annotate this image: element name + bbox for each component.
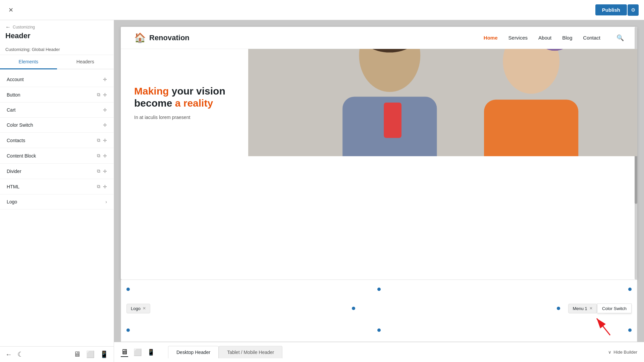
- move-icon-account[interactable]: ✛: [103, 77, 107, 82]
- copy-icon-content-block[interactable]: ⧉: [97, 153, 100, 159]
- element-actions-account: ✛: [103, 77, 107, 82]
- tab-headers[interactable]: Headers: [57, 55, 114, 69]
- hero-title-reality: a reality: [172, 98, 213, 109]
- element-name-color-switch: Color Switch: [7, 122, 33, 128]
- hide-builder-label: Hide Builder: [613, 350, 637, 355]
- dot-right-1: [628, 288, 632, 291]
- nav-link-services[interactable]: Services: [508, 35, 528, 41]
- hero-title: Making your vision become a reality: [134, 85, 235, 109]
- chip-menu1-label: Menu 1: [573, 306, 587, 311]
- element-item-content-block[interactable]: Content Block ⧉ ✛: [0, 148, 114, 164]
- tab-tablet-mobile-header[interactable]: Tablet / Mobile Header: [219, 346, 282, 358]
- sidebar-title: Header: [5, 32, 108, 40]
- element-name-logo: Logo: [7, 199, 17, 204]
- nav-link-contact[interactable]: Contact: [583, 35, 600, 41]
- copy-icon-button[interactable]: ⧉: [97, 92, 100, 98]
- header-builder-container: Logo ✕ Menu 1 ✕ Search ✕ Color Switch: [121, 280, 637, 342]
- back-icon[interactable]: ←: [5, 351, 12, 358]
- copy-icon-divider[interactable]: ⧉: [97, 168, 100, 174]
- element-item-color-switch[interactable]: Color Switch ✛: [0, 118, 114, 133]
- element-item-contacts[interactable]: Contacts ⧉ ✛: [0, 133, 114, 148]
- header-tabs: Desktop Header Tablet / Mobile Header: [168, 346, 282, 358]
- element-name-divider: Divider: [7, 169, 21, 174]
- element-actions-cart: ✛: [103, 107, 107, 113]
- preview-logo: 🏠 Renovation: [134, 32, 190, 43]
- svg-rect-0: [248, 49, 637, 156]
- desktop-icon[interactable]: 🖥: [73, 350, 81, 359]
- chip-menu1[interactable]: Menu 1 ✕: [568, 304, 597, 313]
- hero-title-vision: your vision: [169, 85, 225, 97]
- move-icon-color-switch[interactable]: ✛: [103, 122, 107, 128]
- element-name-content-block: Content Block: [7, 153, 36, 159]
- chevron-down-icon: ∨: [608, 350, 611, 355]
- move-icon-contacts[interactable]: ✛: [103, 138, 107, 143]
- center-spacer: [154, 307, 553, 310]
- element-actions-divider: ⧉ ✛: [97, 168, 107, 174]
- chip-logo[interactable]: Logo ✕: [126, 304, 150, 313]
- element-actions-content-block: ⧉ ✛: [97, 153, 107, 159]
- element-actions-logo: ›: [105, 199, 107, 204]
- chevron-right-icon-logo[interactable]: ›: [105, 199, 107, 204]
- element-actions-button: ⧉ ✛: [97, 92, 107, 98]
- element-item-cart[interactable]: Cart ✛: [0, 103, 114, 118]
- builder-row-1: [121, 280, 637, 298]
- chip-menu1-close[interactable]: ✕: [589, 306, 593, 311]
- nav-link-about[interactable]: About: [538, 35, 551, 41]
- element-item-button[interactable]: Button ⧉ ✛: [0, 87, 114, 103]
- hero-title-making: Making: [134, 85, 169, 97]
- elements-list: Account ✛ Button ⧉ ✛ Cart ✛: [0, 69, 114, 346]
- back-arrow-icon[interactable]: ←: [5, 24, 11, 30]
- tablet-device-icon[interactable]: ⬜: [133, 348, 142, 356]
- sidebar: ← Customizing Header Customizing: Global…: [0, 20, 114, 362]
- publish-button[interactable]: Publish: [595, 4, 627, 15]
- sidebar-header: ← Customizing Header: [0, 20, 114, 44]
- move-icon-cart[interactable]: ✛: [103, 107, 107, 113]
- move-icon-html[interactable]: ✛: [103, 184, 107, 189]
- preview-hero: Making your vision become a reality In a…: [121, 49, 637, 156]
- red-arrow-indicator: [590, 315, 617, 340]
- tablet-icon[interactable]: ⬜: [86, 350, 95, 358]
- svg-rect-8: [484, 100, 578, 156]
- nav-link-home[interactable]: Home: [484, 35, 498, 41]
- logo-house-icon: 🏠: [134, 32, 146, 43]
- mobile-device-icon[interactable]: 📱: [147, 349, 155, 356]
- desktop-device-icon[interactable]: 🖥: [121, 348, 128, 357]
- element-actions-color-switch: ✛: [103, 122, 107, 128]
- element-item-divider[interactable]: Divider ⧉ ✛: [0, 164, 114, 179]
- dot-left-1: [126, 288, 130, 291]
- element-item-html[interactable]: HTML ⧉ ✛: [0, 179, 114, 194]
- settings-gear-button[interactable]: ⚙: [628, 4, 639, 16]
- search-icon[interactable]: 🔍: [616, 34, 624, 42]
- svg-line-10: [597, 318, 610, 335]
- copy-icon-html[interactable]: ⧉: [97, 184, 100, 189]
- element-item-logo[interactable]: Logo ›: [0, 194, 114, 209]
- move-icon-divider[interactable]: ✛: [103, 169, 107, 174]
- nav-link-blog[interactable]: Blog: [562, 35, 572, 41]
- tab-desktop-header[interactable]: Desktop Header: [168, 346, 219, 358]
- customizing-label: Customizing: Global Header: [0, 44, 114, 55]
- hide-builder-button[interactable]: ∨ Hide Builder: [608, 350, 637, 355]
- move-icon-content-block[interactable]: ✛: [103, 153, 107, 159]
- chip-logo-close[interactable]: ✕: [143, 306, 146, 311]
- tab-elements[interactable]: Elements: [0, 55, 57, 69]
- dot-center-1: [377, 288, 381, 291]
- dot-center-3: [377, 328, 381, 332]
- sidebar-bottom: ← ☾ 🖥 ⬜ 📱: [0, 346, 114, 362]
- bottom-toolbar: 🖥 ⬜ 📱 Desktop Header Tablet / Mobile Hea…: [114, 342, 644, 362]
- svg-rect-4: [384, 103, 401, 138]
- element-name-button: Button: [7, 92, 20, 98]
- dot-center-chip-right: [557, 307, 560, 310]
- moon-icon[interactable]: ☾: [17, 350, 23, 358]
- element-name-cart: Cart: [7, 107, 15, 113]
- mobile-icon[interactable]: 📱: [100, 350, 108, 358]
- element-name-contacts: Contacts: [7, 138, 25, 143]
- element-item-account[interactable]: Account ✛: [0, 72, 114, 87]
- close-button[interactable]: ✕: [5, 5, 16, 15]
- device-icons-left: 🖥 ⬜ 📱: [121, 348, 155, 357]
- hero-text: Making your vision become a reality In a…: [121, 49, 248, 156]
- logo-text: Renovation: [149, 34, 190, 42]
- move-icon-button[interactable]: ✛: [103, 92, 107, 98]
- nav-links: Home Services About Blog Contact 🔍: [484, 34, 624, 42]
- hero-title-become: become: [134, 98, 172, 109]
- copy-icon-contacts[interactable]: ⧉: [97, 137, 100, 143]
